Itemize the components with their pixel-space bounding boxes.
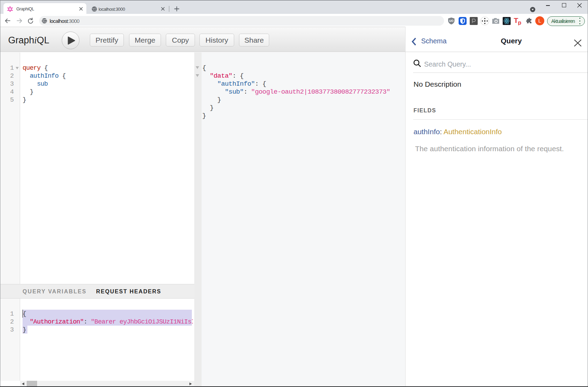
svg-text:UO: UO [449, 19, 454, 23]
svg-text:p: p [518, 20, 521, 25]
